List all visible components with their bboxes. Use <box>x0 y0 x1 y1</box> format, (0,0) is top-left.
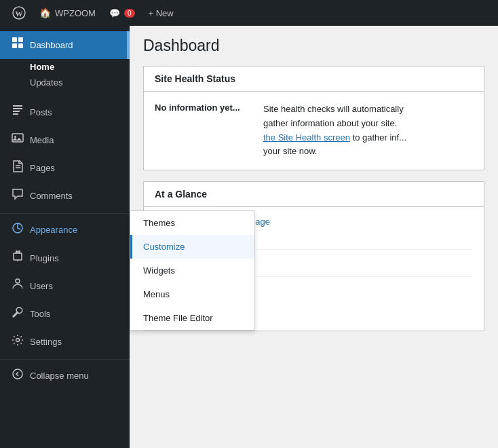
health-desc-3: to gather inf... <box>353 132 407 143</box>
sidebar-item-comments[interactable]: Comments <box>0 183 130 210</box>
svg-rect-2 <box>12 37 17 42</box>
updates-label: Updates <box>30 77 62 88</box>
sidebar-item-updates[interactable]: Updates <box>0 75 130 90</box>
no-info-text: No information yet... <box>155 102 250 113</box>
sidebar-item-plugins[interactable]: Plugins <box>0 244 130 272</box>
dropdown-menus[interactable]: Menus <box>130 282 254 306</box>
media-icon <box>11 132 24 149</box>
sidebar-section-dashboard: Dashboard Home Updates <box>0 26 130 98</box>
pages-icon <box>11 160 24 177</box>
health-description: Site health checks will automatically ga… <box>263 102 406 159</box>
site-name-button[interactable]: 🏠 WPZOOM <box>33 0 102 26</box>
house-icon: 🏠 <box>39 7 51 18</box>
collapse-label: Collapse menu <box>30 370 89 382</box>
health-screen-link[interactable]: the Site Health screen <box>263 132 350 143</box>
collapse-icon <box>11 368 24 385</box>
comment-icon: 💬 <box>109 8 120 18</box>
wp-logo-button[interactable]: W <box>5 0 33 26</box>
tools-label: Tools <box>30 308 50 320</box>
comments-icon <box>11 188 24 205</box>
page-title: Dashboard <box>143 37 484 55</box>
health-desc-1: Site health checks will automatically <box>263 104 404 114</box>
admin-bar: W 🏠 WPZOOM 💬 0 + New <box>0 0 498 26</box>
posts-label: Posts <box>30 107 52 119</box>
new-label: + New <box>149 8 174 18</box>
svg-point-15 <box>16 279 20 283</box>
dropdown-widgets[interactable]: Widgets <box>130 259 254 282</box>
svg-text:W: W <box>16 10 23 18</box>
users-icon <box>11 278 24 295</box>
svg-rect-13 <box>14 253 22 260</box>
comment-count: 0 <box>124 9 135 18</box>
comments-label: Comments <box>30 190 73 202</box>
dashboard-submenu: Home Updates <box>0 59 130 93</box>
svg-point-16 <box>16 338 20 341</box>
plugins-label: Plugins <box>30 253 59 265</box>
at-a-glance-header: At a Glance <box>144 182 484 207</box>
sidebar-item-home[interactable]: Home <box>0 59 130 75</box>
sidebar-item-posts[interactable]: Posts <box>0 98 130 126</box>
sidebar-item-tools[interactable]: Tools <box>0 301 130 329</box>
svg-point-7 <box>14 136 16 138</box>
health-desc-2: gather information about your site. <box>263 118 397 128</box>
svg-rect-6 <box>12 134 23 142</box>
dropdown-theme-editor[interactable]: Theme File Editor <box>130 306 254 330</box>
dropdown-customize[interactable]: Customize <box>130 235 254 259</box>
plugins-icon <box>11 250 24 267</box>
appearance-dropdown-menu: Themes Customize Widgets Menus Theme Fil… <box>130 210 255 331</box>
dropdown-themes[interactable]: Themes <box>130 211 254 235</box>
sidebar-collapse-button[interactable]: Collapse menu <box>0 362 130 390</box>
appearance-label: Appearance <box>30 224 77 236</box>
new-content-button[interactable]: + New <box>142 0 180 26</box>
layout: Dashboard Home Updates Posts Media <box>0 26 498 448</box>
health-desc-4: your site now. <box>263 146 318 156</box>
home-label: Home <box>30 62 54 72</box>
svg-point-17 <box>13 369 22 379</box>
site-name-label: WPZOOM <box>55 8 96 18</box>
site-health-header: Site Health Status <box>144 67 484 92</box>
media-label: Media <box>30 134 54 147</box>
sidebar-item-settings[interactable]: Settings <box>0 329 130 356</box>
svg-rect-5 <box>18 43 23 48</box>
tools-icon <box>11 306 24 323</box>
comments-button[interactable]: 💬 0 <box>102 0 142 26</box>
sidebar-item-pages[interactable]: Pages <box>0 155 130 183</box>
settings-icon <box>11 334 24 351</box>
settings-label: Settings <box>30 336 62 348</box>
sidebar-item-media[interactable]: Media <box>0 126 130 154</box>
dashboard-label: Dashboard <box>30 39 73 52</box>
sidebar-divider-1 <box>0 213 130 214</box>
sidebar-divider-2 <box>0 359 130 360</box>
sidebar-item-appearance[interactable]: Appearance <box>0 217 130 244</box>
sidebar: Dashboard Home Updates Posts Media <box>0 26 130 448</box>
site-health-widget: Site Health Status No information yet...… <box>143 66 484 170</box>
users-label: Users <box>30 280 53 293</box>
site-health-body: No information yet... Site health checks… <box>144 92 484 170</box>
svg-rect-3 <box>18 37 23 42</box>
posts-icon <box>11 104 24 121</box>
svg-rect-4 <box>12 43 17 48</box>
appearance-icon <box>11 222 24 239</box>
dashboard-icon <box>11 37 24 54</box>
sidebar-item-users[interactable]: Users <box>0 272 130 300</box>
sidebar-item-dashboard[interactable]: Dashboard <box>0 31 130 59</box>
pages-label: Pages <box>30 162 55 174</box>
